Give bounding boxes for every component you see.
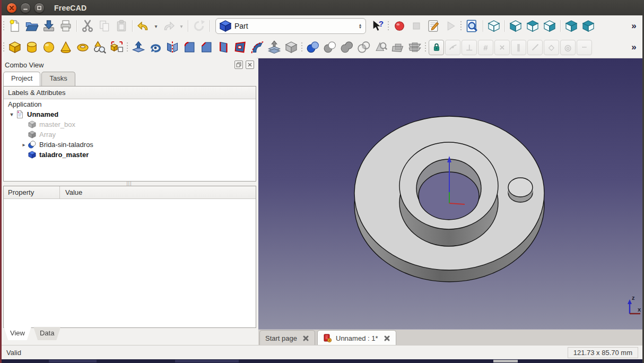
tab-tasks[interactable]: Tasks bbox=[41, 72, 75, 86]
tab-unnamed-document[interactable]: Unnamed : 1* bbox=[317, 330, 396, 345]
toolbar-overflow-button[interactable]: » bbox=[625, 18, 642, 34]
view-rear-button[interactable] bbox=[563, 18, 580, 34]
close-panel-button[interactable] bbox=[246, 60, 254, 69]
toolbar-grip[interactable] bbox=[125, 40, 130, 54]
paste-button[interactable] bbox=[113, 18, 130, 34]
mirror-button[interactable] bbox=[164, 39, 181, 56]
macro-stop-button[interactable] bbox=[408, 18, 425, 34]
macro-play-button[interactable] bbox=[442, 18, 459, 34]
cross-sections-button[interactable] bbox=[406, 39, 423, 56]
snap-intersection-button[interactable]: × bbox=[494, 40, 510, 55]
close-tab-icon[interactable] bbox=[384, 335, 390, 342]
fillet-button[interactable] bbox=[181, 39, 198, 56]
tree-item-label: master_box bbox=[39, 120, 75, 128]
tab-label: Start page bbox=[265, 334, 297, 342]
part-torus-button[interactable] bbox=[74, 39, 91, 56]
part-primitives-button[interactable] bbox=[91, 39, 108, 56]
tree-item-master-box[interactable]: master_box bbox=[4, 119, 256, 129]
snap-perpendicular-button[interactable]: ⊥ bbox=[462, 40, 477, 55]
view-top-button[interactable] bbox=[524, 18, 541, 34]
make-face-button[interactable] bbox=[232, 39, 249, 56]
toolbar-grip[interactable] bbox=[386, 19, 391, 33]
tab-project[interactable]: Project bbox=[3, 72, 40, 86]
collapse-arrow-icon[interactable]: ▾ bbox=[8, 111, 15, 117]
chamfer-button[interactable] bbox=[198, 39, 215, 56]
snap-grid-button[interactable]: # bbox=[478, 40, 493, 55]
tree-item-array[interactable]: Array bbox=[4, 129, 256, 140]
cut-icon bbox=[81, 19, 94, 33]
toolbar-grip[interactable] bbox=[2, 19, 6, 33]
snap-lock-button[interactable] bbox=[429, 40, 444, 55]
float-icon bbox=[236, 62, 241, 67]
panel-splitter[interactable]: ||| bbox=[3, 180, 255, 186]
property-column-header[interactable]: Property bbox=[4, 186, 60, 198]
copy-button[interactable] bbox=[96, 18, 113, 34]
tree-item-taladro-master[interactable]: taladro_master bbox=[4, 150, 256, 160]
snap-extension-button[interactable] bbox=[527, 40, 543, 55]
boolean-common-button[interactable] bbox=[355, 39, 372, 56]
revolve-button[interactable] bbox=[147, 39, 164, 56]
minimize-window-button[interactable] bbox=[20, 3, 31, 13]
view-front-button[interactable] bbox=[507, 18, 524, 34]
close-window-button[interactable] bbox=[6, 3, 17, 13]
view-right-button[interactable] bbox=[541, 18, 558, 34]
ycone-icon bbox=[59, 40, 73, 54]
value-column-header[interactable]: Value bbox=[60, 188, 82, 196]
toolbar-grip[interactable] bbox=[423, 40, 428, 54]
fit-all-button[interactable] bbox=[464, 18, 481, 34]
open-document-button[interactable] bbox=[23, 18, 40, 34]
part-box-button[interactable] bbox=[6, 39, 23, 56]
view-axonometric-button[interactable] bbox=[485, 18, 502, 34]
tree-item-application[interactable]: Application bbox=[4, 99, 256, 109]
3d-viewport[interactable]: z x bbox=[258, 58, 642, 329]
snap-center-button[interactable]: ◎ bbox=[560, 40, 576, 55]
cut-button[interactable] bbox=[79, 18, 96, 34]
boolean-union-button[interactable] bbox=[338, 39, 355, 56]
section-button[interactable] bbox=[389, 39, 406, 56]
part-sphere-button[interactable] bbox=[40, 39, 57, 56]
toolbar-grip[interactable] bbox=[459, 19, 464, 33]
ruled-surface-button[interactable] bbox=[215, 39, 232, 56]
undo-button[interactable] bbox=[135, 18, 152, 34]
extrude-button[interactable] bbox=[130, 39, 147, 56]
snap-special-button[interactable]: ◇ bbox=[544, 40, 559, 55]
close-tab-icon[interactable] bbox=[302, 335, 309, 342]
float-panel-button[interactable] bbox=[234, 60, 243, 69]
titlebar[interactable]: FreeCAD bbox=[0, 0, 644, 15]
check-geometry-button[interactable] bbox=[372, 39, 389, 56]
snap-endpoint-button[interactable] bbox=[445, 40, 460, 55]
part-cylinder-button[interactable] bbox=[23, 39, 40, 56]
new-document-button[interactable] bbox=[6, 18, 23, 34]
snap-parallel-button[interactable]: ∥ bbox=[511, 40, 526, 55]
sweep-button[interactable] bbox=[249, 39, 266, 56]
macro-record-button[interactable] bbox=[391, 18, 408, 34]
thickness-button[interactable] bbox=[283, 39, 300, 56]
tab-data[interactable]: Data bbox=[33, 327, 60, 340]
redo-button[interactable] bbox=[160, 18, 177, 34]
maximize-window-button[interactable] bbox=[34, 3, 45, 13]
tab-view[interactable]: View bbox=[4, 327, 31, 340]
toolbar-grip[interactable] bbox=[300, 40, 304, 54]
part-cone-button[interactable] bbox=[57, 39, 74, 56]
undo-dropdown-button[interactable]: ▾ bbox=[152, 18, 160, 34]
boolean-cut-button[interactable] bbox=[321, 39, 338, 56]
tree-item-unnamed[interactable]: ▾Unnamed bbox=[4, 109, 256, 119]
shape-builder-button[interactable] bbox=[108, 39, 125, 56]
redo-dropdown-button[interactable]: ▾ bbox=[177, 18, 186, 34]
expand-arrow-icon[interactable]: ▸ bbox=[20, 142, 28, 148]
spinner-arrows-icon[interactable]: ▴▾ bbox=[359, 23, 361, 29]
offset-button[interactable] bbox=[266, 39, 283, 56]
toolbar2-overflow-button[interactable]: » bbox=[625, 39, 642, 56]
refresh-button[interactable] bbox=[190, 18, 207, 34]
tree-item-brida-sin-taladros[interactable]: ▸Brida-sin-taladros bbox=[4, 140, 256, 150]
view-left-button[interactable] bbox=[580, 18, 597, 34]
tab-start-page[interactable]: Start page bbox=[259, 330, 315, 345]
toolbar-grip[interactable] bbox=[2, 40, 6, 54]
snap-more-button[interactable]: ••• bbox=[577, 40, 592, 55]
workbench-selector[interactable]: Part ▴▾ bbox=[215, 18, 366, 34]
macro-edit-button[interactable] bbox=[425, 18, 442, 34]
whats-this-button[interactable]: ? bbox=[369, 18, 386, 34]
save-document-button[interactable] bbox=[40, 18, 57, 34]
boolean-button[interactable] bbox=[304, 39, 321, 56]
print-button[interactable] bbox=[57, 18, 74, 34]
